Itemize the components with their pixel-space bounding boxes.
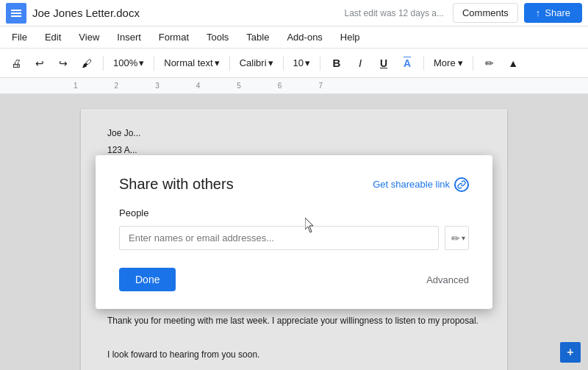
ruler-mark-6: 6 (278, 82, 282, 90)
people-input[interactable] (119, 226, 439, 250)
divider-3 (229, 56, 230, 71)
app-menu-icon[interactable] (6, 3, 26, 24)
document-filename[interactable]: Joe Jones Letter.docx (32, 7, 345, 19)
color-button[interactable]: A (397, 53, 417, 74)
print-button[interactable]: 🖨 (6, 53, 26, 74)
last-edit-text: Last edit was 12 days a... (345, 8, 444, 18)
menu-tools[interactable]: Tools (204, 30, 232, 44)
toolbar: 🖨 ↩ ↪ 🖌 100% ▾ Normal text ▾ Calibri ▾ 1… (0, 49, 588, 78)
share-dialog-footer: Done Advanced (119, 268, 469, 291)
ruler-mark-4: 4 (196, 82, 201, 90)
divider-7 (473, 56, 473, 71)
share-dialog-header: Share with others Get shareable link (119, 176, 469, 193)
font-size-arrow-icon: ▾ (305, 57, 310, 68)
ruler: 1 2 3 4 5 6 7 (0, 78, 588, 94)
get-shareable-link-label: Get shareable link (373, 179, 450, 190)
font-size-select[interactable]: 10 ▾ (290, 55, 314, 71)
share-button[interactable]: ↑ Share (524, 3, 582, 23)
menu-addons[interactable]: Add-ons (284, 30, 325, 44)
italic-button[interactable]: I (350, 53, 370, 74)
document-area: Joe Jo... 123 A... Anyto... Octob... Mar… (0, 94, 588, 370)
link-icon (454, 177, 469, 192)
ruler-mark-5: 5 (237, 82, 241, 90)
share-label: Share (545, 7, 570, 18)
dropdown-arrow-icon: ▾ (462, 234, 465, 242)
menu-view[interactable]: View (76, 30, 102, 44)
people-label: People (119, 207, 469, 218)
title-bar: Joe Jones Letter.docx Last edit was 12 d… (0, 0, 588, 26)
font-arrow-icon: ▾ (268, 57, 273, 68)
divider-6 (423, 56, 424, 71)
divider-1 (103, 56, 104, 71)
underline-button[interactable]: U (373, 53, 394, 74)
collapse-button[interactable]: ▲ (503, 53, 523, 74)
style-value: Normal text (164, 57, 212, 68)
ruler-mark-1: 1 (74, 82, 78, 90)
menu-insert[interactable]: Insert (114, 30, 144, 44)
menu-format[interactable]: Format (156, 30, 192, 44)
font-size-value: 10 (293, 57, 304, 68)
modal-overlay: Share with others Get shareable link Peo… (0, 94, 588, 370)
edit-icon: ✏ (451, 232, 460, 244)
font-select[interactable]: Calibri ▾ (236, 55, 277, 71)
paint-format-button[interactable]: 🖌 (76, 53, 97, 74)
ruler-mark-3: 3 (155, 82, 159, 90)
bold-button[interactable]: B (326, 53, 347, 74)
zoom-arrow-icon: ▾ (139, 57, 144, 68)
style-arrow-icon: ▾ (215, 57, 220, 68)
done-button[interactable]: Done (119, 268, 176, 291)
divider-4 (283, 56, 284, 71)
advanced-link[interactable]: Advanced (426, 274, 469, 285)
share-dialog: Share with others Get shareable link Peo… (96, 155, 492, 309)
more-select[interactable]: More ▾ (430, 55, 467, 71)
edit-dropdown-button[interactable]: ✏ ▾ (445, 226, 469, 250)
font-value: Calibri (240, 57, 267, 68)
redo-button[interactable]: ↪ (53, 53, 74, 74)
menu-bar: File Edit View Insert Format Tools Table… (0, 26, 588, 49)
divider-5 (320, 56, 320, 71)
share-icon: ↑ (536, 7, 541, 18)
zoom-select[interactable]: 100% ▾ (110, 55, 148, 71)
divider-2 (154, 56, 154, 71)
share-dialog-title: Share with others (119, 176, 234, 193)
ruler-mark-2: 2 (115, 82, 119, 90)
menu-help[interactable]: Help (337, 30, 363, 44)
menu-edit[interactable]: Edit (42, 30, 64, 44)
comments-button[interactable]: Comments (453, 3, 518, 23)
people-input-row: ✏ ▾ (119, 226, 469, 250)
ruler-mark-7: 7 (318, 82, 323, 90)
undo-button[interactable]: ↩ (29, 53, 50, 74)
menu-file[interactable]: File (9, 30, 30, 44)
hamburger-icon (11, 13, 21, 14)
zoom-value: 100% (113, 57, 137, 68)
more-label: More ▾ (434, 57, 463, 68)
get-shareable-link-button[interactable]: Get shareable link (373, 177, 469, 192)
menu-table[interactable]: Table (243, 30, 272, 44)
pencil-button[interactable]: ✏ (479, 53, 500, 74)
style-select[interactable]: Normal text ▾ (160, 55, 223, 71)
